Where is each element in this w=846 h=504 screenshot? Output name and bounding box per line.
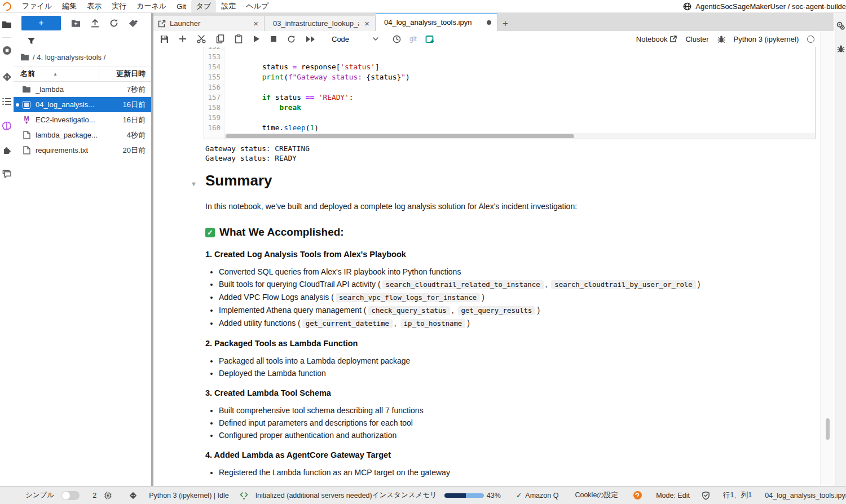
file-row[interactable]: requirements.txt20日前: [14, 143, 151, 158]
markdown-cell[interactable]: Summary In this notebook, we've built an…: [205, 172, 814, 481]
paste-icon[interactable]: [230, 34, 248, 43]
code-editor[interactable]: status = response['status'] print(f"Gate…: [224, 47, 815, 139]
close-icon[interactable]: ×: [363, 19, 371, 28]
memory-usage-bar: [444, 493, 484, 498]
toc-icon[interactable]: [2, 98, 12, 105]
tab-Launcher[interactable]: Launcher×: [153, 16, 265, 31]
close-icon[interactable]: ×: [252, 19, 259, 28]
menu-item-設定[interactable]: 設定: [216, 0, 241, 12]
new-launcher-button[interactable]: +: [21, 16, 61, 30]
bullet-item: Deployed the Lambda function: [219, 368, 814, 379]
notebook-vscrollbar[interactable]: [820, 31, 834, 486]
editor-hscrollbar[interactable]: [224, 133, 815, 139]
panel-divider[interactable]: [151, 12, 153, 486]
instance-memory-label[interactable]: インスタンスメモリ: [372, 490, 437, 500]
account-indicator[interactable]: AgenticSocSageMakerUser / soc-agent-buil…: [680, 0, 846, 12]
menu-item-タブ[interactable]: タブ: [191, 0, 217, 12]
property-inspector-icon[interactable]: [836, 21, 845, 30]
refresh-icon[interactable]: [109, 19, 118, 28]
notebook-toolbar: Code git Notebook Cluster Python 3 (ipyk…: [153, 31, 834, 47]
breadcrumb[interactable]: / 4. log-analysis-tools /: [14, 48, 151, 66]
menu-item-実行[interactable]: 実行: [107, 0, 131, 12]
modified-dot: [16, 103, 19, 107]
mode-indicator[interactable]: Mode: Edit: [656, 492, 690, 499]
column-name[interactable]: 名前 ▲: [14, 67, 99, 81]
add-cell-icon[interactable]: [174, 35, 192, 43]
running-sessions-icon[interactable]: [2, 46, 12, 55]
terminal-count[interactable]: 2: [92, 492, 96, 499]
lsp-status-label[interactable]: Initialized (additional servers needed): [255, 492, 372, 499]
activity-separator: [2, 37, 11, 38]
stop-icon[interactable]: [265, 36, 282, 42]
file-row[interactable]: _lambda7秒前: [14, 82, 151, 97]
accomplishment-sections: 1. Created Log Analysis Tools from Alex'…: [205, 249, 814, 478]
status-bar: シンプル 2 Python 3 (ipykernel) | Idle Initi…: [0, 486, 846, 504]
memory-percent: 43%: [487, 492, 501, 499]
simple-mode-toggle[interactable]: [61, 491, 80, 500]
file-browser-toolbar: +: [14, 12, 151, 34]
cell-type-dropdown[interactable]: Code: [328, 34, 382, 45]
cut-icon[interactable]: [192, 35, 211, 43]
column-modified[interactable]: 更新日時: [99, 69, 151, 79]
brain-icon[interactable]: [2, 121, 12, 131]
copy-icon[interactable]: [211, 34, 230, 43]
tab-04_log_analysis_tools.ipyn[interactable]: 04_log_analysis_tools.ipyn: [376, 12, 497, 31]
cookie-settings-link[interactable]: Cookieの設定: [575, 490, 618, 500]
debugger-bug-icon[interactable]: [837, 45, 845, 53]
cluster-link[interactable]: Cluster: [685, 35, 708, 43]
run-icon[interactable]: [248, 35, 265, 43]
output-line: Gateway status: CREATING: [205, 144, 310, 153]
code-cell[interactable]: 152153154155156157158159160 status = res…: [204, 47, 816, 139]
collapser-icon[interactable]: ▼: [191, 180, 197, 187]
menu-item-ヘルプ[interactable]: ヘルプ: [241, 0, 274, 12]
kernel-status-icon[interactable]: [807, 36, 814, 43]
cursor-position[interactable]: 行1、列1: [723, 490, 752, 500]
git-clone-icon[interactable]: [129, 19, 138, 28]
active-filename[interactable]: 04_log_analysis_tools.ipynb: [765, 492, 846, 499]
notebook-scroll-area[interactable]: 152153154155156157158159160 status = res…: [153, 47, 821, 485]
files-icon[interactable]: [2, 20, 12, 29]
restart-icon[interactable]: [282, 35, 301, 43]
filter-icon[interactable]: [27, 37, 36, 45]
run-all-icon[interactable]: [301, 36, 320, 43]
new-tab-button[interactable]: +: [497, 16, 513, 31]
new-folder-icon[interactable]: [71, 19, 81, 28]
editor-hscrollbar-thumb[interactable]: [226, 134, 574, 138]
lsp-icon: [240, 492, 248, 499]
notebook-vscrollbar-thumb[interactable]: [826, 418, 830, 440]
shield-check-icon[interactable]: [702, 491, 710, 500]
menu-item-カーネル[interactable]: カーネル: [131, 0, 171, 12]
simple-mode-label: シンプル: [25, 490, 54, 500]
file-row[interactable]: M▾EC2-investigatio...16日前: [14, 112, 151, 127]
save-icon[interactable]: [153, 35, 174, 43]
amazon-q-status[interactable]: ✓ Amazon Q: [516, 491, 559, 499]
kernel-name[interactable]: Python 3 (ipykernel): [734, 35, 799, 43]
summary-intro: In this notebook, we've built and deploy…: [205, 201, 814, 212]
git-status-icon[interactable]: [129, 492, 137, 499]
menu-item-表示[interactable]: 表示: [82, 0, 107, 12]
extensions-icon[interactable]: [2, 145, 12, 155]
git-plus-icon[interactable]: [420, 34, 439, 43]
section-title: 1. Created Log Analysis Tools from Alex'…: [205, 249, 814, 259]
chat-icon[interactable]: [2, 170, 12, 179]
bug-icon[interactable]: [717, 35, 725, 43]
cpu-icon[interactable]: [104, 492, 112, 499]
code-line: if status == 'READY':: [227, 92, 815, 103]
menu-items: ファイル編集表示実行カーネルGitタブ設定ヘルプ: [17, 0, 274, 12]
git-icon[interactable]: [2, 72, 12, 82]
file-row[interactable]: 04_log_analysis...16日前: [14, 97, 151, 112]
section-title: 3. Created Lambda Tool Schema: [205, 388, 814, 398]
file-name: requirements.txt: [32, 146, 102, 154]
kernel-status-label[interactable]: Python 3 (ipykernel) | Idle: [149, 492, 229, 499]
upload-icon[interactable]: [91, 19, 99, 28]
notebook-link[interactable]: Notebook: [636, 35, 677, 43]
main-dock-panel: Launcher×03_infrastructure_lookup_a×04_l…: [153, 12, 834, 486]
menu-item-ファイル[interactable]: ファイル: [17, 0, 57, 12]
globe-icon: [683, 2, 691, 11]
server-status-icon[interactable]: [633, 491, 642, 499]
clock-icon[interactable]: [387, 35, 406, 43]
menu-item-Git[interactable]: Git: [171, 1, 191, 12]
tab-03_infrastructure_lookup_a[interactable]: 03_infrastructure_lookup_a×: [265, 16, 376, 31]
file-row[interactable]: lambda_package...4秒前: [14, 127, 151, 143]
menu-item-編集[interactable]: 編集: [57, 0, 82, 12]
